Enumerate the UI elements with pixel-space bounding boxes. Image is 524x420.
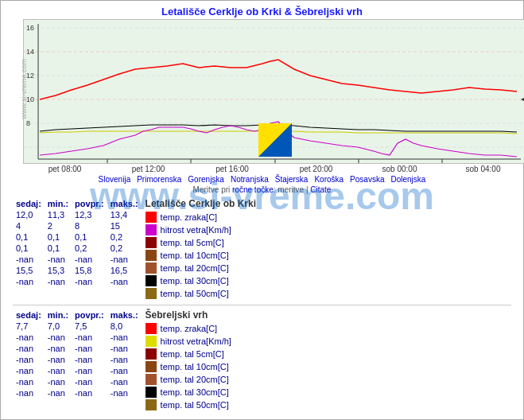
s2-r5c3: -nan: [107, 376, 142, 387]
chart-title: Letališče Cerklje ob Krki & Šebreljski v…: [1, 1, 523, 19]
table-row: -nan -nan -nan -nan: [13, 365, 142, 376]
s1-r4c3: -nan: [107, 254, 142, 265]
s2-r6c0: -nan: [13, 387, 45, 399]
legend-label-3: temp. tal 5cm[C]: [161, 238, 224, 247]
s2-r0c3: 8,0: [107, 321, 142, 332]
legend-color-s2-5: [146, 374, 157, 385]
station1-legend: Letališče Cerklje ob Krki temp. zraka[C]…: [146, 198, 281, 301]
legend-item: temp. tal 30cm[C]: [146, 275, 281, 286]
table-row: 15,5 15,3 15,8 16,5: [13, 265, 142, 276]
table-row: 0,1 0,1 0,2 0,2: [13, 243, 142, 254]
s1-r6c3: -nan: [107, 276, 142, 287]
s1-r2c0: 0,1: [13, 231, 45, 243]
s1-r2c1: 0,1: [45, 231, 72, 243]
table-row: 0,1 0,1 0,1 0,2: [13, 231, 142, 243]
s2-r0c0: 7,7: [13, 321, 45, 332]
x-label-5: sob 04:00: [441, 165, 524, 173]
table-row: -nan -nan -nan -nan: [13, 276, 142, 287]
legend-item: temp. zraka[C]: [146, 323, 281, 334]
s2-h3: maks.:: [107, 309, 142, 321]
legend-item: hitrost vetra[Km/h]: [146, 336, 281, 347]
svg-marker-11: [521, 97, 524, 102]
s1-r1c1: 2: [45, 220, 72, 231]
s2-r2c1: -nan: [45, 343, 72, 354]
station2-name: Šebreljski vrh: [146, 309, 281, 321]
s1-r5c0: 15,5: [13, 265, 45, 276]
legend-color-4: [146, 250, 157, 261]
main-container: Letališče Cerklje ob Krki & Šebreljski v…: [0, 0, 524, 420]
s1-r3c3: 0,2: [107, 243, 142, 254]
s2-h0: sedaj:: [13, 309, 45, 321]
legend-label-1: temp. zraka[C]: [161, 212, 218, 222]
s1-r0c1: 11,3: [45, 209, 72, 220]
legend-color-s2-7: [146, 399, 157, 410]
legend-item: temp. tal 5cm[C]: [146, 237, 281, 248]
legend-item: temp. tal 20cm[C]: [146, 374, 281, 385]
station2-table: sedaj: min.: povpr.: maks.: 7,7 7,0 7,5 …: [13, 309, 142, 412]
loc-primorenska[interactable]: Primorenska: [137, 175, 181, 184]
s1-r5c2: 15,8: [72, 265, 107, 276]
legend-color-s2-3: [146, 348, 157, 360]
s2-r2c3: -nan: [107, 343, 142, 354]
s1-r1c2: 8: [72, 220, 107, 231]
loc-posavska[interactable]: Posavska: [350, 175, 384, 184]
s1-r1c3: 15: [107, 220, 142, 231]
s2-r4c3: -nan: [107, 365, 142, 376]
legend-label-s2-4: temp. tal 10cm[C]: [161, 362, 229, 371]
loc-dolenjska[interactable]: Dolenjska: [390, 175, 425, 184]
s2-r1c1: -nan: [45, 332, 72, 343]
table-row: -nan -nan -nan -nan: [13, 387, 142, 399]
loc-notranjska[interactable]: Notranjska: [231, 175, 269, 184]
loc-stajerska[interactable]: Štajerska: [275, 175, 309, 184]
station2-section: sedaj: min.: povpr.: maks.: 7,7 7,0 7,5 …: [1, 308, 523, 414]
legend-item: temp. tal 5cm[C]: [146, 348, 281, 360]
data-sections: sedaj: min.: povpr.: maks.: 12,0 11,3 12…: [1, 196, 523, 302]
s2-r2c2: -nan: [72, 343, 107, 354]
legend-color-2: [146, 224, 157, 235]
loc-slovenija[interactable]: Slovenija: [99, 175, 131, 184]
s1-r4c0: -nan: [13, 254, 45, 265]
legend-color-s2-1: [146, 323, 157, 334]
s1-r3c2: 0,2: [72, 243, 107, 254]
legend-color-s2-4: [146, 361, 157, 372]
table-row: 7,7 7,0 7,5 8,0: [13, 321, 142, 332]
legend-label-s2-3: temp. tal 5cm[C]: [161, 349, 224, 359]
sub-links: Meritve pri ročne točke: meritve | Citat…: [1, 185, 523, 194]
legend-color-1: [146, 212, 157, 223]
legend-item: temp. tal 20cm[C]: [146, 262, 281, 274]
table-row: -nan -nan -nan -nan: [13, 354, 142, 365]
legend-label-s2-2: hitrost vetra[Km/h]: [161, 336, 231, 346]
x-label-3: pet 20:00: [274, 165, 358, 173]
s1-r2c3: 0,2: [107, 231, 142, 243]
table-row: 12,0 11,3 12,3 13,4: [13, 209, 142, 220]
legend-color-3: [146, 237, 157, 248]
legend-item: temp. zraka[C]: [146, 212, 281, 223]
s2-r3c0: -nan: [13, 354, 45, 365]
s2-r6c2: -nan: [72, 387, 107, 399]
divider: [13, 305, 511, 305]
s2-r4c0: -nan: [13, 365, 45, 376]
s1-r4c1: -nan: [45, 254, 72, 265]
table-row: -nan -nan -nan -nan: [13, 332, 142, 343]
s1-h3: maks.:: [107, 198, 142, 209]
s2-r0c1: 7,0: [45, 321, 72, 332]
s1-h2: povpr.:: [72, 198, 107, 209]
loc-gorenjska[interactable]: Gorenjska: [188, 175, 224, 184]
s1-r5c1: 15,3: [45, 265, 72, 276]
s1-r6c0: -nan: [13, 276, 45, 287]
station1-table: sedaj: min.: povpr.: maks.: 12,0 11,3 12…: [13, 198, 142, 301]
svg-text:14: 14: [26, 48, 34, 56]
x-label-1: pet 12:00: [107, 165, 190, 173]
s1-r0c0: 12,0: [13, 209, 45, 220]
chart-svg: 16 14 12 10 8: [23, 19, 524, 164]
s2-r0c2: 7,5: [72, 321, 107, 332]
legend-item: temp. tal 10cm[C]: [146, 250, 281, 261]
legend-label-s2-1: temp. zraka[C]: [161, 324, 218, 333]
legend-item: temp. tal 50cm[C]: [146, 399, 281, 410]
s1-r0c3: 13,4: [107, 209, 142, 220]
s2-r4c1: -nan: [45, 365, 72, 376]
legend-label-s2-5: temp. tal 20cm[C]: [161, 375, 229, 384]
s2-r3c2: -nan: [72, 354, 107, 365]
s2-r2c0: -nan: [13, 343, 45, 354]
loc-koroska[interactable]: Koroška: [314, 175, 344, 184]
